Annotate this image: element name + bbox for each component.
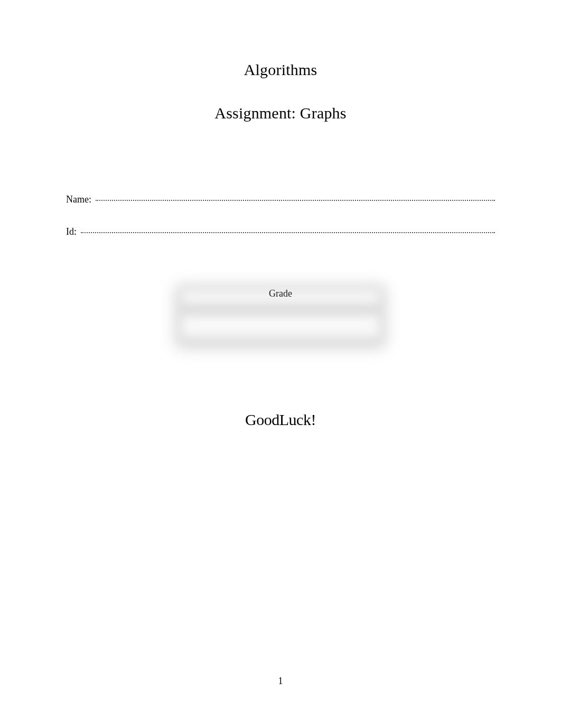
id-input-line[interactable] (81, 232, 495, 233)
grade-label: Grade (175, 288, 386, 299)
grade-box: Grade (175, 285, 386, 348)
grade-value-row (181, 315, 380, 338)
course-title: Algorithms (66, 61, 495, 79)
id-field-row: Id: (66, 226, 495, 237)
page-number: 1 (0, 676, 561, 687)
name-label: Name: (66, 194, 96, 205)
grade-section: Grade (66, 285, 495, 348)
document-page: Algorithms Assignment: Graphs Name: Id: … (0, 0, 561, 728)
id-label: Id: (66, 226, 81, 237)
assignment-subtitle: Assignment: Graphs (66, 104, 495, 122)
name-input-line[interactable] (96, 200, 495, 201)
name-field-row: Name: (66, 194, 495, 205)
goodluck-message: GoodLuck! (66, 411, 495, 429)
